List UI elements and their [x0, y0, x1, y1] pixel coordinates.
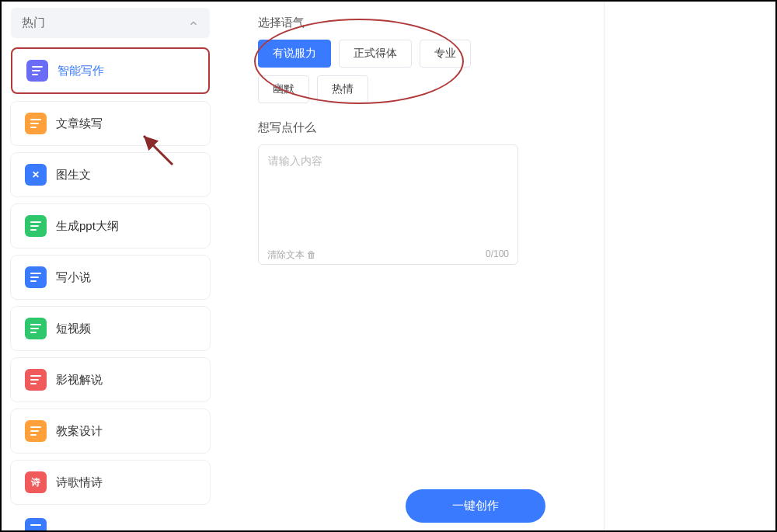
sidebar-item-label: 短视频	[56, 322, 91, 336]
sidebar-item-write-novel[interactable]: 写小说	[11, 256, 210, 299]
sidebar-header-label: 热门	[22, 16, 45, 30]
doc-icon	[25, 420, 47, 442]
sidebar-item-label: 图生文	[56, 168, 91, 183]
tone-options: 有说服力 正式得体 专业 幽默 热情	[258, 40, 522, 103]
doc-icon	[25, 369, 47, 391]
chevron-up-icon	[188, 18, 199, 29]
sidebar-item-label: 文章续写	[56, 116, 103, 131]
doc-icon	[25, 518, 47, 530]
sidebar-item-label: 智能写作	[57, 64, 104, 78]
sidebar-item-poetry[interactable]: 诗 诗歌情诗	[11, 461, 210, 504]
sidebar-item-lesson-plan[interactable]: 教案设计	[11, 409, 210, 453]
sidebar-item-continue-writing[interactable]: 文章续写	[11, 102, 210, 145]
content-input-wrap: 清除文本 🗑 0/100	[258, 144, 518, 268]
tone-formal[interactable]: 正式得体	[339, 40, 412, 68]
divider	[604, 2, 605, 530]
sidebar-item-smart-writing[interactable]: 智能写作	[11, 47, 210, 94]
write-section-title: 想写点什么	[258, 120, 768, 135]
tone-persuasive[interactable]: 有说服力	[258, 40, 331, 68]
sidebar-section-header[interactable]: 热门	[11, 8, 210, 38]
tone-section-title: 选择语气	[258, 16, 768, 30]
create-button[interactable]: 一键创作	[406, 489, 545, 523]
sidebar: 热门 智能写作 文章续写 ✕ 图生文 生成ppt大纲	[2, 2, 219, 530]
calendar-icon: 诗	[25, 471, 47, 493]
tone-enthusiastic[interactable]: 热情	[317, 75, 368, 103]
sidebar-item-label: 诗歌情诗	[56, 475, 103, 490]
sidebar-item-movie-commentary[interactable]: 影视解说	[11, 358, 210, 402]
doc-icon	[25, 113, 47, 134]
sidebar-item-label: 生成ppt大纲	[56, 219, 119, 234]
doc-icon	[25, 266, 47, 288]
sidebar-item-more[interactable]	[11, 512, 210, 530]
doc-icon	[25, 318, 47, 339]
tone-professional[interactable]: 专业	[420, 40, 471, 68]
clear-text-button[interactable]: 清除文本 🗑	[267, 249, 316, 262]
content-input[interactable]	[258, 144, 518, 265]
sidebar-item-ppt-outline[interactable]: 生成ppt大纲	[11, 204, 210, 248]
main-panel: 选择语气 有说服力 正式得体 专业 幽默 热情 想写点什么 清除文本 🗑 0/1…	[219, 2, 775, 530]
sidebar-item-image-to-text[interactable]: ✕ 图生文	[11, 153, 210, 196]
doc-edit-icon	[26, 60, 48, 82]
tone-humorous[interactable]: 幽默	[258, 75, 309, 103]
sidebar-item-short-video[interactable]: 短视频	[11, 307, 210, 350]
sidebar-item-label: 影视解说	[56, 373, 103, 388]
doc-icon	[25, 215, 47, 237]
sidebar-item-label: 写小说	[56, 270, 91, 285]
image-icon: ✕	[25, 164, 47, 186]
sidebar-item-label: 教案设计	[56, 424, 103, 439]
